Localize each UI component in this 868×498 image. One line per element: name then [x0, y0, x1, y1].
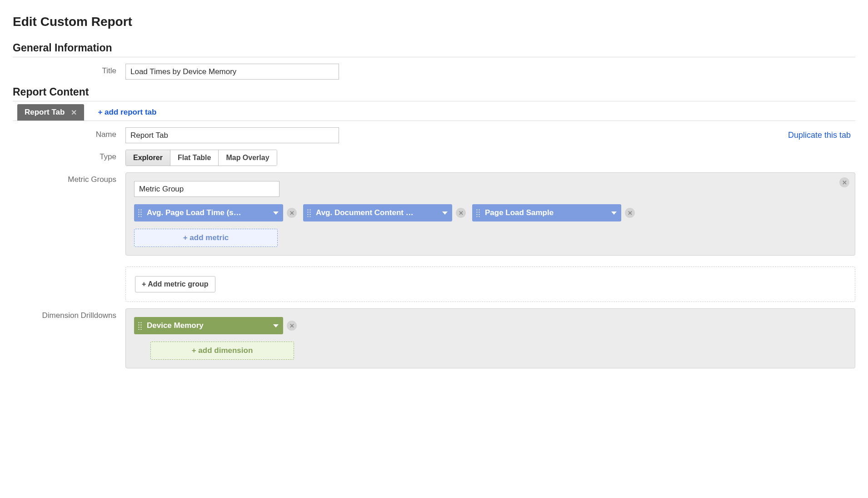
title-label: Title [13, 64, 125, 75]
metric-group-panel: ✕ Avg. Page Load Time (s… ✕ Avg. Documen… [125, 172, 855, 256]
dimension-drilldowns-label: Dimension Drilldowns [13, 308, 125, 320]
drag-handle-icon[interactable] [476, 209, 480, 217]
remove-metric-icon[interactable]: ✕ [625, 208, 635, 218]
dimension-label: Device Memory [147, 321, 269, 330]
close-icon[interactable]: ✕ [71, 108, 77, 117]
chevron-down-icon[interactable] [442, 211, 448, 215]
chevron-down-icon[interactable] [273, 211, 279, 215]
dimension-panel: Device Memory ✕ + add dimension [125, 308, 855, 368]
duplicate-tab-link[interactable]: Duplicate this tab [788, 131, 855, 140]
metric-groups-label: Metric Groups [13, 172, 125, 184]
section-content-heading: Report Content [13, 86, 855, 101]
remove-dimension-icon[interactable]: ✕ [287, 321, 297, 331]
remove-metric-icon[interactable]: ✕ [287, 208, 297, 218]
remove-metric-icon[interactable]: ✕ [456, 208, 466, 218]
add-metric-group-button[interactable]: + Add metric group [135, 276, 215, 292]
metric-label: Avg. Page Load Time (s… [147, 208, 269, 217]
drag-handle-icon[interactable] [138, 322, 142, 330]
type-option-explorer[interactable]: Explorer [126, 150, 170, 166]
metric-pill[interactable]: Page Load Sample [472, 204, 621, 221]
metric-pill[interactable]: Avg. Document Content … [303, 204, 452, 221]
type-option-map-overlay[interactable]: Map Overlay [219, 150, 276, 166]
type-option-flat-table[interactable]: Flat Table [170, 150, 219, 166]
type-segmented-control: Explorer Flat Table Map Overlay [125, 150, 277, 166]
name-label: Name [13, 127, 125, 139]
add-dimension-button[interactable]: + add dimension [150, 342, 294, 360]
dimension-pill[interactable]: Device Memory [134, 317, 283, 334]
report-tab-chip[interactable]: Report Tab ✕ [17, 104, 84, 121]
metric-label: Page Load Sample [485, 208, 607, 217]
add-metric-button[interactable]: + add metric [134, 229, 278, 247]
report-tab-label: Report Tab [25, 108, 65, 117]
remove-metric-group-icon[interactable]: ✕ [839, 177, 849, 187]
metric-group-name-input[interactable] [134, 181, 279, 197]
drag-handle-icon[interactable] [138, 209, 142, 217]
add-report-tab-link[interactable]: + add report tab [98, 104, 156, 121]
page-title: Edit Custom Report [13, 15, 855, 29]
type-label: Type [13, 150, 125, 161]
chevron-down-icon[interactable] [273, 324, 279, 327]
tab-name-input[interactable] [125, 127, 339, 143]
metric-pill[interactable]: Avg. Page Load Time (s… [134, 204, 283, 221]
title-input[interactable] [125, 64, 339, 80]
chevron-down-icon[interactable] [611, 211, 617, 215]
add-metric-group-panel: + Add metric group [125, 267, 855, 302]
drag-handle-icon[interactable] [307, 209, 311, 217]
metric-label: Avg. Document Content … [316, 208, 438, 217]
section-general-heading: General Information [13, 42, 855, 57]
